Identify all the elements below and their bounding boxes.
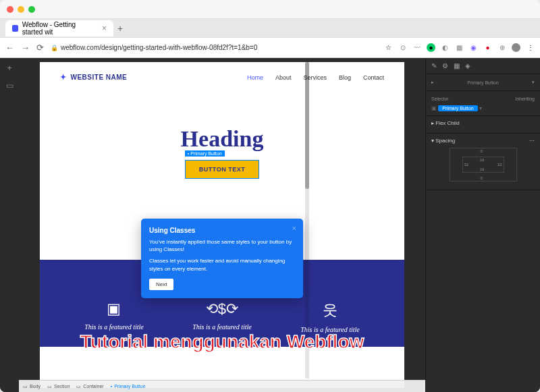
selector-label: Selector — [431, 96, 449, 101]
nav-home[interactable]: Home — [247, 74, 263, 81]
layout-section[interactable]: ▸ Flex Child — [426, 116, 540, 134]
nav-blog[interactable]: Blog — [339, 74, 351, 81]
left-toolbar: + ▭ — [0, 58, 19, 392]
brand[interactable]: ✦ WEBSITE NAME — [60, 73, 127, 82]
effects-icon[interactable]: ◈ — [465, 62, 470, 69]
hero-heading[interactable]: Heading — [40, 126, 404, 152]
selector-section: SelectorInheriting ▣ Primary Button ▾ — [426, 91, 540, 116]
video-title-overlay: Tutorial menggunakan Webflow — [80, 331, 364, 353]
ext-icon[interactable]: ◐ — [441, 43, 450, 52]
feature-card: ⟲$⟳ This is a featured title — [192, 300, 251, 333]
ext-icon[interactable]: ▦ — [455, 43, 464, 52]
nav-contact[interactable]: Contact — [363, 74, 384, 81]
ext-icon[interactable]: ⊕ — [497, 43, 506, 52]
menu-icon[interactable]: ⋮ — [526, 43, 535, 52]
breadcrumb-bar: ▭ Body ▭ Section ▭ Container ▪ Primary B… — [19, 380, 425, 392]
element-name-section: ▸Primary Button▾ — [426, 74, 540, 91]
ext-icon[interactable]: 〰 — [412, 43, 421, 52]
favicon-icon — [12, 25, 18, 32]
scroll-thumb[interactable] — [305, 62, 309, 189]
brand-text: WEBSITE NAME — [71, 74, 128, 81]
design-canvas: ✦ WEBSITE NAME Home About Services Blog … — [19, 58, 425, 392]
breadcrumb-body[interactable]: ▭ Body — [23, 384, 40, 389]
tag-icon: ▪ — [188, 151, 189, 156]
ext-icon[interactable]: ⊙ — [398, 43, 407, 52]
chevron-down-icon[interactable]: ▾ — [479, 105, 482, 111]
hero-section: Heading ▪ Primary Button BUTTON TEXT — [40, 92, 404, 186]
spacing-section: ▾ Spacing⋯ 0 0 16 16 32 32 — [426, 134, 540, 190]
ext-icon[interactable]: ◉ — [469, 43, 478, 52]
panel-header: ✎ ⚙ ▦ ◈ — [426, 58, 540, 74]
exchange-icon: ⟲$⟳ — [192, 300, 251, 318]
breadcrumb-button[interactable]: ▪ Primary Button — [111, 384, 146, 389]
add-icon[interactable]: + — [7, 63, 11, 73]
breadcrumb-container[interactable]: ▭ Container — [76, 384, 103, 389]
close-icon[interactable]: × — [292, 224, 296, 232]
layers-icon: ▣ — [84, 300, 143, 318]
forward-icon[interactable]: → — [21, 43, 30, 53]
tab-bar: Webflow - Getting started wit × + — [0, 19, 540, 38]
lock-icon: 🔒 — [51, 45, 58, 51]
breadcrumb-section[interactable]: ▭ Section — [47, 384, 70, 389]
new-tab-button[interactable]: + — [113, 23, 127, 34]
element-tag[interactable]: ▪ Primary Button — [185, 150, 225, 157]
pad-left[interactable]: 32 — [464, 163, 469, 167]
close-tab-icon[interactable]: × — [102, 24, 107, 33]
next-button[interactable]: Next — [149, 279, 173, 290]
url-field[interactable]: 🔒 webflow.com/design/getting-started-wit… — [51, 44, 377, 51]
element-indicator: ▸ — [431, 80, 434, 85]
nav-links: Home About Services Blog Contact — [247, 74, 384, 81]
tooltip-body: You've instantly applied those same styl… — [149, 238, 295, 253]
tutorial-tooltip: × Using Classes You've instantly applied… — [141, 219, 303, 298]
feature-card: ▣ This is a featured title — [84, 300, 143, 333]
window-controls — [7, 6, 35, 13]
minimize-icon[interactable] — [18, 6, 24, 13]
feature-title: This is a featured title — [192, 323, 251, 331]
spacing-editor[interactable]: 0 0 16 16 32 32 — [450, 148, 517, 181]
inherit-label: Inheriting — [515, 96, 535, 101]
pages-icon[interactable]: ▭ — [6, 81, 14, 90]
tooltip-body: Classes let you work faster and avoid ma… — [149, 257, 295, 272]
feature-title: This is a featured title — [84, 323, 143, 331]
feature-card: 웃 This is a featured title — [300, 300, 359, 333]
element-name: Primary Button — [467, 80, 498, 85]
style-panel: ✎ ⚙ ▦ ◈ ▸Primary Button▾ SelectorInherit… — [425, 58, 540, 392]
pad-top[interactable]: 16 — [480, 158, 485, 162]
app-content: + ▭ ✦ WEBSITE NAME Home About Services B… — [0, 58, 540, 392]
reload-icon[interactable]: ⟳ — [36, 43, 44, 53]
maximize-icon[interactable] — [28, 6, 35, 13]
margin-bottom[interactable]: 0 — [481, 176, 483, 180]
address-bar: ← → ⟳ 🔒 webflow.com/design/getting-start… — [0, 38, 540, 58]
ext-icon[interactable]: ● — [483, 43, 492, 52]
class-prefix-icon: ▣ — [431, 105, 437, 111]
close-icon[interactable] — [7, 6, 14, 13]
layout-icon[interactable]: ▦ — [454, 62, 460, 69]
settings-icon[interactable]: ⚙ — [442, 62, 448, 69]
sparkle-icon: ✦ — [60, 73, 67, 82]
ext-icon[interactable]: ● — [427, 43, 435, 52]
cta-button[interactable]: BUTTON TEXT — [185, 160, 259, 179]
avatar-icon[interactable] — [512, 43, 520, 52]
class-badge[interactable]: Primary Button — [438, 105, 477, 111]
margin-top[interactable]: 0 — [481, 149, 483, 153]
url-text: webflow.com/design/getting-started-with-… — [61, 44, 257, 51]
layout-label: Flex Child — [435, 120, 460, 126]
tooltip-title: Using Classes — [149, 227, 295, 234]
back-icon[interactable]: ← — [5, 43, 14, 53]
person-icon: 웃 — [300, 300, 359, 320]
selected-element: ▪ Primary Button BUTTON TEXT — [185, 160, 259, 179]
tab-title: Webflow - Getting started wit — [22, 21, 98, 36]
site-navbar: ✦ WEBSITE NAME Home About Services Blog … — [40, 62, 404, 92]
extensions: ☆ ⊙ 〰 ● ◐ ▦ ◉ ● ⊕ ⋮ — [384, 43, 535, 52]
chevron-down-icon[interactable]: ▾ — [532, 80, 535, 85]
pad-bottom[interactable]: 16 — [480, 167, 485, 171]
star-icon[interactable]: ☆ — [384, 43, 393, 52]
brush-icon[interactable]: ✎ — [431, 62, 437, 69]
tag-label: Primary Button — [190, 151, 221, 156]
more-icon[interactable]: ⋯ — [529, 138, 535, 144]
nav-about[interactable]: About — [275, 74, 292, 81]
spacing-label: Spacing — [435, 138, 455, 144]
browser-tab[interactable]: Webflow - Getting started wit × — [5, 20, 113, 36]
titlebar — [0, 0, 540, 19]
pad-right[interactable]: 32 — [497, 163, 502, 167]
